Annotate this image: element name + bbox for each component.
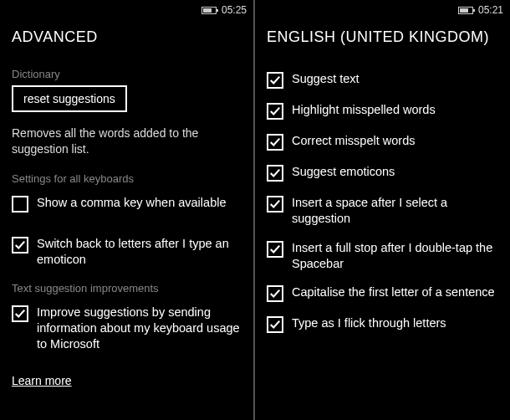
option-row: Insert a full stop after I double-tap th… bbox=[267, 240, 498, 272]
comma-key-checkbox[interactable] bbox=[12, 196, 28, 213]
option-label: Highlight misspelled words bbox=[292, 102, 436, 118]
reset-suggestions-button[interactable]: reset suggestions bbox=[12, 85, 127, 112]
option-checkbox[interactable] bbox=[267, 196, 283, 213]
check-icon bbox=[14, 308, 26, 320]
status-time: 05:25 bbox=[222, 4, 247, 16]
option-row: Highlight misspelled words bbox=[267, 102, 498, 120]
improvements-section-label: Text suggestion improvements bbox=[12, 282, 242, 295]
check-icon bbox=[269, 288, 281, 300]
option-label: Capitalise the first letter of a sentenc… bbox=[292, 284, 495, 300]
option-label: Suggest text bbox=[292, 71, 360, 87]
check-icon bbox=[14, 239, 26, 251]
option-checkbox[interactable] bbox=[267, 103, 283, 120]
option-row: Insert a space after I select a suggesti… bbox=[267, 195, 498, 227]
check-icon bbox=[269, 167, 281, 179]
option-row: Suggest text bbox=[267, 71, 498, 89]
switch-back-checkbox[interactable] bbox=[12, 237, 28, 254]
status-time: 05:21 bbox=[478, 4, 503, 16]
check-icon bbox=[269, 319, 281, 330]
page-title: ENGLISH (UNITED KINGDOM) bbox=[255, 18, 510, 53]
option-label: Insert a full stop after I double-tap th… bbox=[292, 240, 498, 272]
check-icon bbox=[269, 105, 281, 117]
option-label: Correct misspelt words bbox=[292, 133, 415, 149]
battery-icon bbox=[458, 7, 473, 14]
switch-back-row: Switch back to letters after I type an e… bbox=[12, 236, 242, 268]
option-row: Suggest emoticons bbox=[267, 164, 498, 182]
option-checkbox[interactable] bbox=[267, 241, 283, 258]
reset-description: Removes all the words added to the sugge… bbox=[12, 125, 229, 157]
option-checkbox[interactable] bbox=[267, 134, 283, 151]
improve-suggestions-label: Improve suggestions by sending informati… bbox=[37, 305, 242, 352]
option-label: Insert a space after I select a suggesti… bbox=[292, 195, 498, 227]
dictionary-section-label: Dictionary bbox=[12, 68, 242, 80]
comma-key-row: Show a comma key when available bbox=[12, 195, 242, 213]
option-checkbox[interactable] bbox=[267, 285, 283, 302]
switch-back-label: Switch back to letters after I type an e… bbox=[37, 236, 242, 268]
option-label: Type as I flick through letters bbox=[292, 315, 446, 331]
option-checkbox[interactable] bbox=[267, 165, 283, 182]
option-row: Capitalise the first letter of a sentenc… bbox=[267, 284, 498, 302]
battery-icon bbox=[201, 7, 217, 14]
status-bar: 05:21 bbox=[255, 0, 510, 18]
check-icon bbox=[269, 136, 281, 148]
check-icon bbox=[269, 74, 281, 86]
option-checkbox[interactable] bbox=[267, 316, 283, 333]
option-row: Type as I flick through letters bbox=[267, 315, 498, 333]
all-keyboards-section-label: Settings for all keyboards bbox=[12, 172, 242, 185]
check-icon bbox=[269, 243, 281, 255]
improve-suggestions-checkbox[interactable] bbox=[12, 305, 28, 322]
check-icon bbox=[269, 198, 281, 210]
status-bar: 05:25 bbox=[0, 0, 253, 18]
option-checkbox[interactable] bbox=[267, 72, 283, 89]
advanced-settings-screen: 05:25 ADVANCED Dictionary reset suggesti… bbox=[0, 0, 253, 420]
option-label: Suggest emoticons bbox=[292, 164, 395, 180]
option-row: Correct misspelt words bbox=[267, 133, 498, 151]
comma-key-label: Show a comma key when available bbox=[37, 195, 226, 211]
improve-suggestions-row: Improve suggestions by sending informati… bbox=[12, 305, 242, 352]
language-settings-screen: 05:21 ENGLISH (UNITED KINGDOM) Suggest t… bbox=[255, 0, 510, 420]
learn-more-link[interactable]: Learn more bbox=[12, 374, 72, 387]
page-title: ADVANCED bbox=[0, 18, 253, 53]
